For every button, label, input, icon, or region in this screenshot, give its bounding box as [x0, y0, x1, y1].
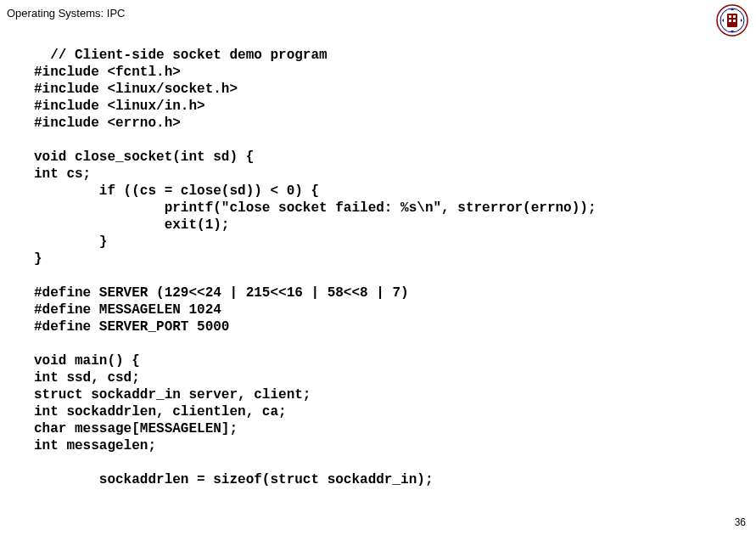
code-line: }: [34, 234, 107, 250]
code-line: struct sockaddr_in server, client;: [34, 387, 311, 403]
code-line: int sockaddrlen, clientlen, ca;: [34, 404, 287, 420]
code-line: char message[MESSAGELEN];: [34, 421, 238, 436]
code-line: #define MESSAGELEN 1024: [34, 302, 221, 318]
code-line: #include <errno.h>: [34, 115, 181, 131]
university-logo: [715, 3, 749, 37]
code-line: }: [34, 251, 42, 267]
code-line: #define SERVER_PORT 5000: [34, 319, 229, 335]
code-line: int ssd, csd;: [34, 370, 140, 386]
code-line: void close_socket(int sd) {: [34, 149, 254, 165]
code-line: void main() {: [34, 353, 140, 369]
crest-icon: [715, 3, 749, 37]
code-line: int messagelen;: [34, 438, 156, 453]
code-line: exit(1);: [34, 217, 229, 233]
svg-rect-5: [729, 20, 731, 22]
code-line: if ((cs = close(sd)) < 0) {: [34, 183, 319, 199]
svg-rect-2: [727, 14, 737, 27]
code-line: sockaddrlen = sizeof(struct sockaddr_in)…: [34, 472, 433, 487]
page-number: 36: [735, 516, 746, 528]
code-line: #include <linux/socket.h>: [34, 82, 238, 97]
slide-header-title: Operating Systems: IPC: [7, 7, 125, 20]
svg-rect-4: [733, 15, 736, 18]
code-line: #include <fcntl.h>: [34, 65, 181, 80]
svg-rect-3: [729, 15, 731, 18]
code-line: #define SERVER (129<<24 | 215<<16 | 58<<…: [34, 285, 409, 301]
code-line: // Client-side socket demo program: [34, 48, 328, 63]
svg-rect-6: [733, 20, 736, 22]
code-line: int cs;: [34, 166, 91, 182]
code-line: printf("close socket failed: %s\n", stre…: [34, 200, 596, 216]
code-line: #include <linux/in.h>: [34, 99, 205, 114]
code-content: // Client-side socket demo program #incl…: [34, 47, 596, 488]
